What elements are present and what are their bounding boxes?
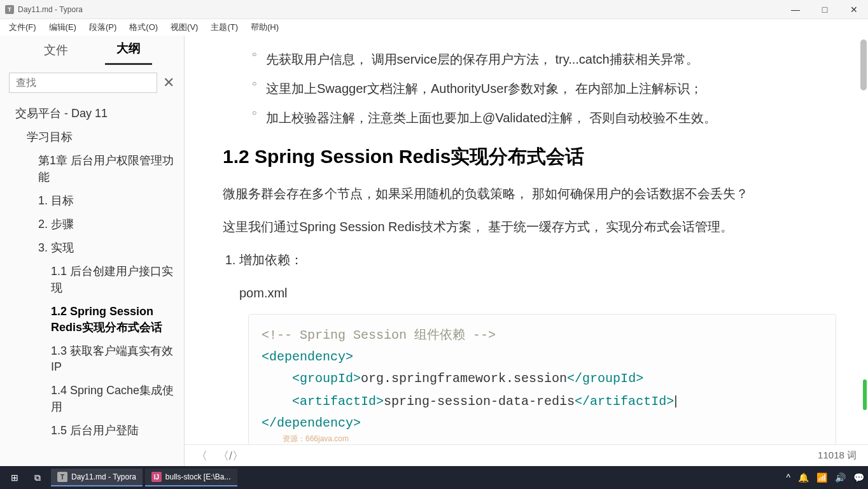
code-text: org.springframework.session bbox=[361, 371, 567, 386]
window-controls: — □ ✕ bbox=[787, 4, 863, 15]
maximize-button[interactable]: □ bbox=[816, 4, 834, 15]
taskbar-item-typora[interactable]: T Day11.md - Typora bbox=[51, 469, 143, 486]
scrollbar-track[interactable] bbox=[859, 36, 868, 466]
back-icon[interactable]: 〈 bbox=[196, 448, 207, 464]
ol-text: 增加依赖： bbox=[239, 253, 303, 267]
tray-chevron-icon[interactable]: ^ bbox=[786, 472, 790, 483]
minimize-button[interactable]: — bbox=[787, 4, 804, 15]
taskbar-item-intellij[interactable]: IJ bulls-stock [E:\Ba... bbox=[145, 469, 237, 486]
word-count[interactable]: 11018 词 bbox=[818, 450, 857, 462]
outline-item[interactable]: 交易平台 - Day 11 bbox=[0, 102, 184, 125]
pom-filename[interactable]: pom.xml bbox=[239, 281, 836, 305]
taskbar-label: bulls-stock [E:\Ba... bbox=[165, 472, 231, 481]
tray-volume-icon[interactable]: 🔊 bbox=[835, 472, 846, 483]
outline-tree: 交易平台 - Day 11学习目标第1章 后台用户权限管理功能1. 目标2. 步… bbox=[0, 98, 184, 466]
intellij-icon: IJ bbox=[151, 472, 162, 482]
status-bar: 〈 〈/〉 11018 词 bbox=[185, 444, 868, 466]
paragraph[interactable]: 这里我们通过Spring Session Redis技术方案， 基于统一缓存方式… bbox=[223, 215, 836, 239]
start-button[interactable]: ⊞ bbox=[4, 469, 25, 486]
scroll-indicator bbox=[863, 379, 867, 410]
sidebar: 文件 大纲 ✕ 交易平台 - Day 11学习目标第1章 后台用户权限管理功能1… bbox=[0, 36, 185, 466]
editor-main: 先获取用户信息， 调用service层的保存用户方法， try...catch捕… bbox=[185, 36, 868, 466]
typora-icon: T bbox=[57, 472, 67, 482]
app-icon: T bbox=[5, 5, 14, 14]
code-tag: </groupId> bbox=[567, 371, 643, 386]
tab-outline[interactable]: 大纲 bbox=[105, 34, 152, 65]
menu-view[interactable]: 视图(V) bbox=[165, 20, 203, 34]
outline-item[interactable]: 1.3 获取客户端真实有效IP bbox=[0, 339, 184, 379]
outline-item[interactable]: 1. 目标 bbox=[0, 189, 184, 213]
tray-network-icon[interactable]: 📶 bbox=[816, 472, 827, 483]
search-input[interactable] bbox=[9, 73, 157, 93]
code-text: spring-session-data-redis bbox=[384, 394, 575, 409]
ordered-item[interactable]: 增加依赖： pom.xml <!-- Spring Session 组件依赖 -… bbox=[239, 248, 836, 444]
outline-item[interactable]: 2. 步骤 bbox=[0, 213, 184, 236]
code-block[interactable]: <!-- Spring Session 组件依赖 --> <dependency… bbox=[248, 314, 836, 444]
task-view-icon[interactable]: ⧉ bbox=[27, 469, 48, 486]
menu-file[interactable]: 文件(F) bbox=[4, 20, 41, 34]
titlebar: T Day11.md - Typora — □ ✕ bbox=[0, 0, 868, 19]
paragraph[interactable]: 微服务群会存在多个节点，如果采用随机的负载策略， 那如何确保用户的会话数据不会丢… bbox=[223, 181, 836, 206]
taskbar-label: Day11.md - Typora bbox=[71, 472, 136, 481]
outline-item[interactable]: 3. 实现 bbox=[0, 236, 184, 260]
menu-theme[interactable]: 主题(T) bbox=[206, 20, 243, 34]
tray-bell-icon[interactable]: 🔔 bbox=[798, 472, 809, 483]
menu-edit[interactable]: 编辑(E) bbox=[44, 20, 81, 34]
outline-item[interactable]: 1.1 后台创建用户接口实现 bbox=[0, 260, 184, 299]
scrollbar-thumb[interactable] bbox=[860, 39, 867, 90]
outline-item[interactable]: 学习目标 bbox=[0, 125, 184, 149]
outline-item[interactable]: 1.2 Spring Session Redis实现分布式会话 bbox=[0, 300, 184, 339]
menu-format[interactable]: 格式(O) bbox=[124, 20, 163, 34]
menu-paragraph[interactable]: 段落(P) bbox=[84, 20, 122, 34]
code-mode-icon[interactable]: 〈/〉 bbox=[218, 448, 244, 464]
content-area[interactable]: 先获取用户信息， 调用service层的保存用户方法， try...catch捕… bbox=[185, 36, 868, 444]
bullet-item[interactable]: 这里加上Swagger文档注解，AuthorityUser参数对象， 在内部加上… bbox=[252, 76, 836, 101]
outline-item[interactable]: 1.5 后台用户登陆 bbox=[0, 419, 184, 443]
code-tag: </dependency> bbox=[262, 416, 361, 430]
section-heading[interactable]: 1.2 Spring Session Redis实现分布式会话 bbox=[223, 144, 836, 170]
code-tag: <dependency> bbox=[262, 350, 353, 364]
code-tag: <groupId> bbox=[292, 371, 361, 386]
taskbar: ⊞ ⧉ T Day11.md - Typora IJ bulls-stock [… bbox=[0, 466, 868, 489]
tray-notifications-icon[interactable]: 💬 bbox=[853, 472, 864, 483]
code-comment: --> bbox=[465, 328, 496, 343]
menu-help[interactable]: 帮助(H) bbox=[246, 20, 284, 34]
close-button[interactable]: ✕ bbox=[845, 4, 863, 15]
code-tag: </artifactId> bbox=[575, 394, 674, 409]
bullet-item[interactable]: 先获取用户信息， 调用service层的保存用户方法， try...catch捕… bbox=[252, 47, 836, 71]
outline-item[interactable]: 第1章 后台用户权限管理功能 bbox=[0, 149, 184, 188]
code-comment: <!-- Spring Session bbox=[262, 328, 414, 343]
system-tray: ^ 🔔 📶 🔊 💬 bbox=[786, 472, 864, 483]
window-title: Day11.md - Typora bbox=[18, 5, 83, 14]
code-tag: <artifactId> bbox=[292, 394, 384, 409]
outline-item[interactable]: 1.4 Spring Cache集成使用 bbox=[0, 379, 184, 418]
search-clear-icon[interactable]: ✕ bbox=[162, 74, 175, 91]
watermark-text: 资源：666java.com bbox=[283, 434, 349, 444]
code-comment: 组件依赖 bbox=[414, 328, 465, 343]
bullet-item[interactable]: 加上校验器注解，注意类上面也要加上@Validated注解， 否则自动校验不生效… bbox=[252, 106, 836, 130]
tab-file[interactable]: 文件 bbox=[32, 36, 80, 65]
